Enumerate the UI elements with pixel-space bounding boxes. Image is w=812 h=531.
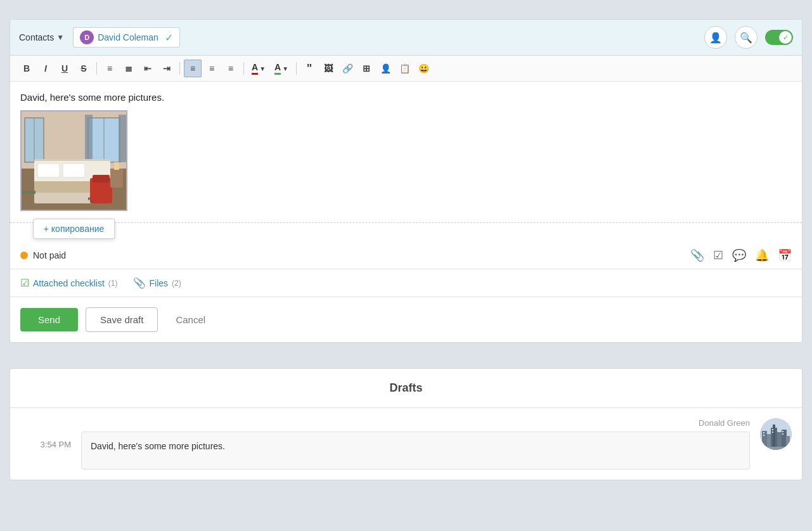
- svg-rect-32: [782, 431, 783, 432]
- svg-rect-24: [773, 425, 775, 450]
- font-color-chevron: ▼: [259, 65, 266, 72]
- template-icon: 📋: [399, 63, 410, 74]
- svg-rect-11: [37, 163, 60, 177]
- status-bar: Not paid 📎 ☑ 💬 🔔 📅: [10, 242, 802, 269]
- chevron-down-icon: ▼: [56, 33, 64, 42]
- bell-button[interactable]: 🔔: [755, 248, 769, 262]
- compose-header: Contacts ▼ D David Coleman ✓ 👤 🔍: [10, 20, 802, 56]
- svg-rect-15: [93, 175, 110, 182]
- contacts-button[interactable]: Contacts ▼: [19, 32, 64, 42]
- files-link-label: Files: [150, 278, 169, 288]
- recipient-tag[interactable]: D David Coleman ✓: [73, 27, 180, 48]
- drafts-header: Drafts: [10, 369, 802, 408]
- contact-button[interactable]: 👤: [377, 60, 394, 77]
- align-right-icon: ≡: [228, 63, 233, 74]
- font-bg-button[interactable]: A ▼: [271, 60, 292, 77]
- svg-rect-17: [114, 162, 119, 170]
- draft-avatar-image: [760, 418, 792, 450]
- toggle-thumb: ✓: [779, 31, 792, 44]
- svg-rect-27: [786, 436, 790, 450]
- ordered-list-icon: ≡: [107, 63, 112, 74]
- svg-rect-7: [119, 115, 126, 162]
- link-icon: 🔗: [342, 63, 353, 74]
- status-dot: [20, 252, 28, 259]
- svg-rect-18: [22, 191, 35, 194]
- chat-icon: 💬: [732, 249, 746, 262]
- chat-button[interactable]: 💬: [732, 248, 746, 262]
- blockquote-icon: ": [307, 62, 313, 75]
- paperclip-icon: 📎: [690, 249, 704, 262]
- ordered-list-button[interactable]: ≡: [101, 60, 119, 77]
- svg-rect-34: [760, 447, 792, 450]
- italic-button[interactable]: I: [37, 60, 55, 77]
- toolbar-separator-4: [296, 62, 297, 75]
- copy-tooltip[interactable]: + копирование: [33, 219, 115, 239]
- font-color-button[interactable]: A ▼: [248, 60, 269, 77]
- cursor-indicator: ↖: [87, 195, 94, 205]
- attachment-button[interactable]: 📎: [690, 248, 704, 262]
- indent-increase-button[interactable]: ⇥: [158, 60, 176, 77]
- bell-icon: 🔔: [755, 249, 769, 262]
- toolbar-separator-2: [179, 62, 180, 75]
- inserted-image[interactable]: ↖: [20, 110, 127, 211]
- blockquote-button[interactable]: ": [300, 60, 318, 77]
- table-button[interactable]: ⊞: [358, 60, 375, 77]
- draft-author: Donald Green: [81, 418, 750, 428]
- compose-text: David, here's some more pictures.: [20, 92, 792, 103]
- underline-button[interactable]: U: [56, 60, 74, 77]
- svg-rect-16: [110, 169, 123, 188]
- link-button[interactable]: 🔗: [338, 60, 356, 77]
- search-icon: 🔍: [740, 32, 752, 44]
- person-icon-button[interactable]: 👤: [704, 26, 727, 49]
- checklist-attach-icon: ☑: [20, 277, 29, 289]
- compose-body[interactable]: David, here's some more pictures.: [10, 82, 802, 223]
- svg-rect-12: [63, 163, 85, 177]
- toolbar-separator-3: [243, 62, 244, 75]
- indent-increase-icon: ⇥: [163, 63, 171, 74]
- align-right-button[interactable]: ≡: [222, 60, 240, 77]
- cancel-button[interactable]: Cancel: [165, 308, 216, 331]
- table-icon: ⊞: [363, 63, 370, 74]
- unordered-list-icon: ≣: [125, 63, 132, 74]
- svg-rect-6: [85, 115, 93, 162]
- font-bg-chevron: ▼: [282, 65, 288, 72]
- status-actions: 📎 ☑ 💬 🔔 📅: [690, 248, 792, 262]
- unordered-list-button[interactable]: ≣: [120, 60, 138, 77]
- attached-checklist-link[interactable]: ☑ Attached checklist (1): [20, 277, 118, 289]
- checklist-status-button[interactable]: ☑: [713, 248, 723, 262]
- formatting-toolbar: B I U S ≡ ≣ ⇤ ⇥ ≡ ≡: [10, 56, 802, 82]
- align-center-button[interactable]: ≡: [203, 60, 221, 77]
- toggle-switch[interactable]: ✓: [765, 30, 793, 45]
- toggle-track[interactable]: ✓: [765, 30, 793, 45]
- status-text: Not paid: [33, 250, 66, 260]
- contacts-label: Contacts: [19, 32, 54, 42]
- files-link[interactable]: 📎 Files (2): [133, 277, 181, 289]
- bedroom-svg: [22, 112, 126, 210]
- indent-decrease-button[interactable]: ⇤: [139, 60, 157, 77]
- image-button[interactable]: 🖼: [319, 60, 337, 77]
- template-button[interactable]: 📋: [396, 60, 413, 77]
- draft-message-box[interactable]: David, here's some more pictures.: [81, 432, 750, 470]
- check-icon: ✓: [165, 32, 173, 44]
- bold-button[interactable]: B: [18, 60, 35, 77]
- image-icon: 🖼: [324, 63, 333, 74]
- calendar-button[interactable]: 📅: [778, 248, 792, 262]
- header-actions: 👤 🔍 ✓: [704, 26, 793, 49]
- draft-time: 3:54 PM: [33, 437, 71, 449]
- draft-time-col: 3:54 PM: [20, 418, 71, 449]
- drafts-section: Drafts 3:54 PM Donald Green David, here'…: [10, 368, 802, 480]
- bedroom-image: [22, 112, 126, 210]
- files-count: (2): [172, 279, 181, 288]
- search-icon-button[interactable]: 🔍: [735, 26, 757, 49]
- toolbar-separator-1: [96, 62, 97, 75]
- files-attach-icon: 📎: [133, 277, 146, 289]
- recipient-initial: D: [84, 34, 89, 41]
- save-draft-button[interactable]: Save draft: [86, 307, 158, 332]
- emoji-button[interactable]: 😀: [415, 60, 432, 77]
- strikethrough-button[interactable]: S: [75, 60, 93, 77]
- emoji-icon: 😀: [418, 63, 429, 74]
- recipient-avatar: D: [80, 30, 94, 44]
- send-button[interactable]: Send: [20, 308, 78, 331]
- align-left-button[interactable]: ≡: [184, 60, 202, 77]
- compose-panel: Contacts ▼ D David Coleman ✓ 👤 🔍: [10, 19, 802, 343]
